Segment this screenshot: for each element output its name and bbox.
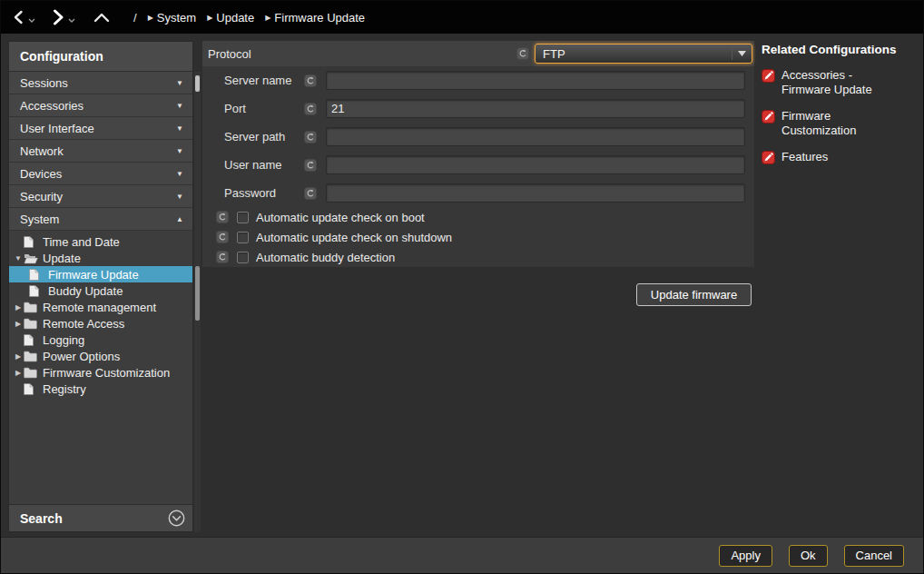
server-name-input[interactable] (326, 71, 745, 90)
auto-buddy-detection-checkbox[interactable] (237, 252, 249, 263)
sidebar-item-accessories[interactable]: Accessories ▼ (9, 94, 192, 117)
server-path-input[interactable] (326, 127, 745, 146)
apply-button[interactable]: Apply (719, 545, 772, 567)
reset-default-icon[interactable] (304, 159, 317, 172)
auto-buddy-detection-row: Automatic buddy detection (202, 247, 754, 267)
expander-closed-icon[interactable]: ▶ (13, 303, 24, 312)
password-input[interactable] (326, 183, 745, 203)
auto-update-shutdown-checkbox[interactable] (237, 232, 249, 243)
app-window: / ▶ System ▶ Update ▶ Firmware Update Co… (0, 0, 924, 574)
scrollbar-thumb[interactable] (195, 266, 200, 321)
back-history-dropdown[interactable] (28, 18, 35, 23)
breadcrumb-root[interactable]: / (133, 11, 137, 25)
sidebar-scrollbar[interactable] (194, 72, 201, 532)
tree-item-firmware-customization[interactable]: ▶ Firmware Customization (9, 364, 192, 381)
category-label: System (20, 213, 59, 226)
password-label: Password (224, 186, 304, 200)
edit-pencil-icon (762, 110, 775, 124)
search-label: Search (20, 511, 63, 526)
reset-default-icon[interactable] (304, 187, 317, 200)
expander-open-icon[interactable]: ▼ (13, 254, 24, 262)
related-item-firmware-customization[interactable]: Firmware Customization (762, 109, 919, 138)
breadcrumb-firmware-update[interactable]: Firmware Update (274, 11, 365, 25)
breadcrumb-separator-icon: ▶ (265, 14, 270, 22)
chevron-left-icon (12, 10, 25, 25)
tree-item-buddy-update[interactable]: Buddy Update (9, 282, 192, 299)
triangle-down-icon: ▼ (176, 147, 183, 155)
breadcrumb-separator-icon: ▶ (148, 14, 153, 22)
sidebar-item-security[interactable]: Security ▼ (9, 185, 192, 208)
port-input[interactable] (326, 99, 745, 118)
configuration-sidebar: Configuration Sessions ▼ Accessories ▼ U… (8, 41, 193, 532)
folder-open-icon (24, 252, 39, 264)
reset-default-icon[interactable] (216, 231, 229, 243)
sidebar-item-network[interactable]: Network ▼ (9, 140, 192, 163)
tree-item-logging[interactable]: Logging (9, 332, 192, 348)
reset-default-icon[interactable] (304, 74, 317, 87)
expander-closed-icon[interactable]: ▶ (13, 320, 24, 328)
category-label: Sessions (20, 76, 68, 90)
expander-closed-icon[interactable]: ▶ (13, 352, 24, 361)
system-tree: Time and Date ▼ Update Firmware Update B… (9, 231, 192, 504)
forward-button[interactable] (50, 9, 65, 25)
auto-update-shutdown-label: Automatic update check on shutdown (256, 231, 452, 244)
triangle-up-icon: ▲ (176, 215, 183, 223)
chevron-down-icon (28, 18, 35, 23)
tree-item-remote-access[interactable]: ▶ Remote Access (9, 315, 192, 332)
file-icon (29, 285, 44, 297)
folder-icon (24, 302, 39, 313)
protocol-row: Protocol FTP (202, 41, 754, 66)
up-button[interactable] (93, 12, 110, 23)
tree-item-update[interactable]: ▼ Update (9, 250, 192, 266)
related-item-accessories-firmware-update[interactable]: Accessories - Firmware Update (762, 68, 919, 97)
sidebar-item-system[interactable]: System ▲ (9, 208, 192, 231)
file-icon (24, 383, 39, 395)
reset-default-icon[interactable] (516, 47, 529, 60)
scrollbar-thumb[interactable] (195, 75, 200, 92)
category-label: Network (20, 144, 64, 158)
triangle-down-icon: ▼ (176, 124, 183, 133)
ok-button[interactable]: Ok (789, 545, 828, 567)
tree-item-label: Logging (43, 333, 84, 347)
breadcrumb-update[interactable]: Update (216, 11, 254, 25)
tree-item-registry[interactable]: Registry (9, 381, 192, 397)
forward-history-dropdown[interactable] (68, 18, 75, 23)
chevron-down-icon (732, 47, 752, 60)
auto-update-boot-checkbox[interactable] (237, 212, 249, 223)
file-icon (24, 334, 39, 346)
sidebar-item-user-interface[interactable]: User Interface ▼ (9, 117, 192, 140)
expander-closed-icon[interactable]: ▶ (13, 369, 24, 377)
tree-item-remote-management[interactable]: ▶ Remote management (9, 299, 192, 315)
cancel-button[interactable]: Cancel (844, 545, 904, 567)
tree-item-label: Remote Access (43, 317, 124, 331)
chevron-down-icon (68, 18, 75, 23)
auto-update-boot-row: Automatic update check on boot (202, 207, 754, 227)
server-path-label: Server path (224, 130, 304, 144)
protocol-dropdown[interactable]: FTP (535, 44, 752, 64)
category-label: Accessories (20, 99, 84, 113)
sidebar-item-sessions[interactable]: Sessions ▼ (9, 72, 192, 94)
dialog-footer: Apply Ok Cancel (1, 537, 923, 573)
category-label: Devices (20, 167, 62, 181)
circle-chevron-down-icon[interactable] (168, 510, 185, 527)
user-name-input[interactable] (326, 155, 745, 174)
tree-item-power-options[interactable]: ▶ Power Options (9, 348, 192, 364)
user-name-label: User name (224, 158, 304, 172)
reset-default-icon[interactable] (216, 211, 229, 223)
breadcrumb-system[interactable]: System (157, 11, 196, 25)
tree-item-time-and-date[interactable]: Time and Date (9, 233, 192, 250)
breadcrumb-separator-icon: ▶ (207, 14, 212, 22)
reset-default-icon[interactable] (216, 251, 229, 263)
tree-item-firmware-update[interactable]: Firmware Update (9, 266, 192, 282)
related-item-features[interactable]: Features (762, 150, 919, 164)
reset-default-icon[interactable] (304, 103, 317, 115)
reset-default-icon[interactable] (304, 131, 317, 144)
back-button[interactable] (12, 10, 25, 25)
search-section-header[interactable]: Search (9, 504, 192, 531)
tree-item-label: Update (43, 252, 81, 265)
update-firmware-button[interactable]: Update firmware (636, 283, 752, 306)
related-item-label: Accessories - Firmware Update (781, 68, 872, 97)
tree-item-label: Buddy Update (48, 284, 123, 298)
sidebar-item-devices[interactable]: Devices ▼ (9, 163, 192, 185)
server-name-row: Server name (202, 66, 754, 94)
